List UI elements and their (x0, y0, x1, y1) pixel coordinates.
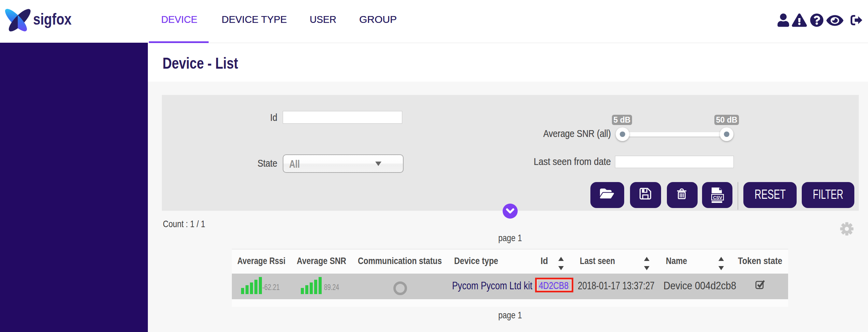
svg-text:CSV: CSV (713, 195, 722, 200)
